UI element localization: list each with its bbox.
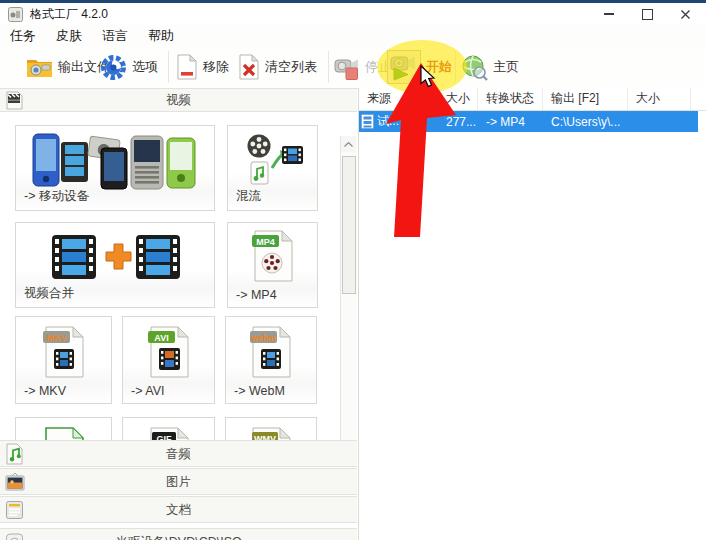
card-to-mp4[interactable]: MP4 -> MP4	[227, 222, 318, 308]
toolbar-separator	[328, 51, 329, 83]
app-window: 格式工厂 4.2.0 任务 皮肤 语言 帮助 输出文件夹	[0, 0, 706, 540]
document-icon	[4, 499, 25, 521]
card-partial-wmv[interactable]: WMV	[225, 417, 317, 440]
card-video-join[interactable]: 视频合并	[15, 222, 215, 308]
mux-icon	[228, 132, 317, 188]
stop-icon	[334, 54, 360, 81]
minimize-icon	[604, 13, 614, 15]
tab-picture-label: 图片	[0, 469, 357, 495]
options-label: 选项	[132, 58, 158, 76]
column-header-output[interactable]: 输出 [F2]	[543, 88, 628, 110]
format-category-panel: 视频	[0, 88, 358, 540]
clear-list-button[interactable]: 清空列表	[238, 49, 317, 85]
left-panel-scrollbar[interactable]	[340, 136, 357, 440]
toolbar: 输出文件夹 选项 移除 清空列	[0, 46, 706, 89]
tab-rom-device[interactable]: 光驱设备\DVD\CD\ISO	[0, 528, 357, 540]
card-to-avi[interactable]: AVI -> AVI	[122, 316, 215, 404]
media-file-icon	[361, 114, 374, 129]
column-header-status[interactable]: 转换状态	[478, 88, 543, 110]
card-label: 视频合并	[24, 285, 74, 302]
scroll-up-button[interactable]	[341, 136, 356, 152]
column-header-filler	[691, 88, 706, 110]
tab-audio-label: 音频	[0, 441, 357, 467]
mp4-file-icon: MP4	[228, 229, 317, 283]
card-partial-1[interactable]	[15, 417, 112, 440]
tab-audio[interactable]: 音频	[0, 440, 357, 467]
rom-device-icon	[4, 531, 25, 540]
start-icon	[389, 52, 419, 82]
close-icon	[680, 9, 691, 20]
menu-bar: 任务 皮肤 语言 帮助	[0, 25, 706, 46]
partial-file-icon	[16, 424, 111, 440]
video-join-icon	[16, 229, 214, 285]
card-label: 混流	[236, 188, 261, 205]
card-partial-gif[interactable]: GIF	[122, 417, 215, 440]
clear-list-icon	[238, 54, 260, 80]
start-button[interactable]: 开始	[387, 49, 452, 85]
audio-note-icon	[4, 443, 25, 465]
app-icon	[8, 7, 23, 22]
card-mobile-device[interactable]: -> 移动设备	[15, 125, 215, 211]
avi-file-icon: AVI	[123, 323, 214, 379]
home-button[interactable]: 主页	[461, 49, 519, 85]
webm-badge: webm	[250, 333, 276, 343]
tab-picture[interactable]: 图片	[0, 468, 357, 495]
card-label: -> AVI	[131, 384, 164, 398]
source-cell: 试...	[359, 113, 438, 130]
card-to-webm[interactable]: webm -> WebM	[225, 316, 317, 404]
close-button[interactable]	[666, 3, 704, 25]
home-label: 主页	[493, 58, 519, 76]
card-label: -> MP4	[236, 288, 277, 302]
remove-button[interactable]: 移除	[176, 49, 229, 85]
webm-file-icon: webm	[226, 323, 316, 379]
start-label: 开始	[426, 58, 452, 76]
card-label: -> MKV	[24, 384, 66, 398]
maximize-button[interactable]	[628, 3, 666, 25]
card-label: -> 移动设备	[24, 188, 89, 205]
output-folder-icon	[26, 55, 53, 79]
home-globe-icon	[461, 54, 488, 81]
mkv-file-icon: MKV	[16, 323, 111, 379]
remove-doc-icon	[176, 54, 198, 80]
minimize-button[interactable]	[590, 3, 628, 25]
tab-document-label: 文档	[0, 497, 357, 523]
status-cell: -> MP4	[478, 115, 543, 129]
stop-button[interactable]: 停止	[334, 49, 391, 85]
task-table-header: 来源 大小 转换状态 输出 [F2] 大小	[359, 88, 706, 111]
start-icon-frame	[387, 50, 421, 84]
output-cell: C:\Users\y\...	[543, 115, 628, 129]
scrollbar-thumb[interactable]	[342, 156, 356, 294]
source-name: 试...	[377, 113, 399, 130]
wmv-file-icon: WMV	[226, 424, 316, 440]
chevron-up-icon	[343, 141, 354, 148]
card-to-mkv[interactable]: MKV -> MKV	[15, 316, 112, 404]
mp4-badge: MP4	[256, 237, 275, 247]
maximize-icon	[642, 9, 653, 20]
column-header-source[interactable]: 来源	[359, 88, 438, 110]
options-button[interactable]: 选项	[100, 49, 158, 85]
tab-video-label: 视频	[0, 89, 357, 112]
table-row[interactable]: 试... 277... -> MP4 C:\Users\y\...	[359, 111, 698, 132]
window-title: 格式工厂 4.2.0	[30, 6, 108, 23]
mobile-devices-icon	[16, 132, 214, 190]
menu-item-help[interactable]: 帮助	[138, 27, 184, 45]
avi-badge: AVI	[154, 333, 168, 343]
title-bar[interactable]: 格式工厂 4.2.0	[0, 3, 706, 25]
menu-item-skin[interactable]: 皮肤	[46, 27, 92, 45]
main-area: 视频	[0, 88, 706, 540]
tab-rom-label: 光驱设备\DVD\CD\ISO	[0, 529, 357, 540]
task-list-panel: 来源 大小 转换状态 输出 [F2] 大小 试... 277... -> MP4…	[358, 88, 706, 540]
card-mux[interactable]: 混流	[227, 125, 318, 211]
menu-item-language[interactable]: 语言	[92, 27, 138, 45]
options-gear-icon	[100, 54, 127, 81]
tab-video[interactable]: 视频	[0, 88, 357, 112]
video-clapper-icon	[4, 90, 25, 111]
tab-document[interactable]: 文档	[0, 496, 357, 523]
column-header-size[interactable]: 大小	[438, 88, 478, 110]
menu-item-task[interactable]: 任务	[0, 27, 46, 45]
card-label: -> WebM	[234, 384, 285, 398]
picture-icon	[4, 471, 26, 493]
column-header-size2[interactable]: 大小	[628, 88, 691, 110]
toolbar-separator	[455, 51, 456, 83]
video-formats-grid: -> 移动设备	[0, 112, 358, 440]
